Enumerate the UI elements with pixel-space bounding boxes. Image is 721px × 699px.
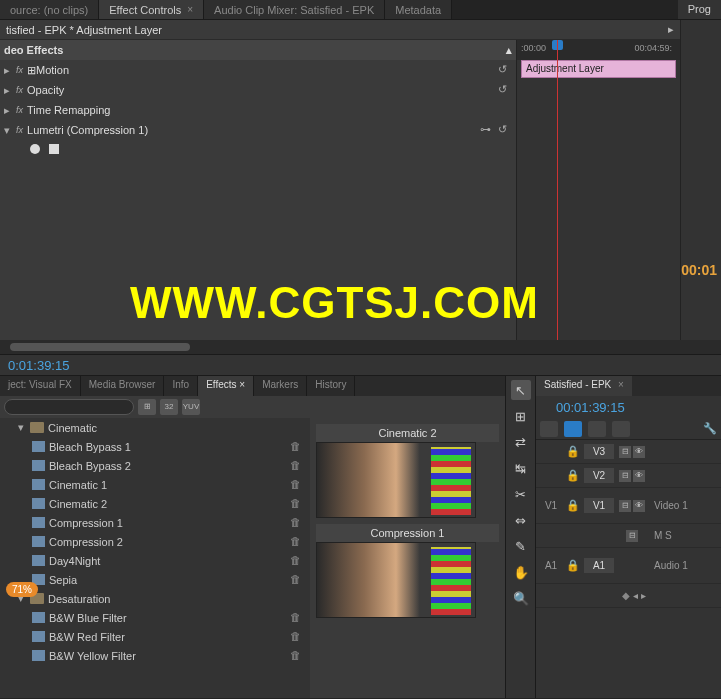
collapse-icon[interactable]: ▴ [506,44,512,57]
folder-desaturation[interactable]: Desaturation [48,593,310,605]
chevron-right-icon[interactable]: ▸ [641,590,646,601]
effect-lumetri[interactable]: Lumetri (Compression 1) [27,124,476,136]
track-select-tool[interactable]: ⊞ [511,406,531,426]
preset-item[interactable]: B&W Blue Filter [49,612,290,624]
timeline-timecode[interactable]: 00:01:39:15 [556,400,625,415]
preset-item[interactable]: Cinematic 1 [49,479,290,491]
reset-icon[interactable]: ↺ [498,123,512,137]
twirl-icon[interactable]: ▸ [4,104,14,117]
lock-icon[interactable]: 🔒 [566,445,584,458]
folder-cinematic[interactable]: Cinematic [48,422,310,434]
pen-tool[interactable]: ✎ [511,536,531,556]
lock-icon[interactable]: 🔒 [566,499,584,512]
delete-icon[interactable]: 🗑 [290,497,304,511]
twirl-icon[interactable]: ▸ [4,64,14,77]
tab-markers[interactable]: Markers [254,376,307,396]
track-v3[interactable]: V3 [584,444,614,459]
effects-search-input[interactable] [4,399,134,415]
tab-source[interactable]: ource: (no clips) [0,0,99,19]
preset-item[interactable]: Bleach Bypass 2 [49,460,290,472]
tab-audio-mixer[interactable]: Audio Clip Mixer: Satisfied - EPK [204,0,385,19]
twirl-icon[interactable]: ▾ [18,421,30,434]
zoom-tool[interactable]: 🔍 [511,588,531,608]
preset-item[interactable]: Bleach Bypass 1 [49,441,290,453]
rolling-edit-tool[interactable]: ↹ [511,458,531,478]
setup-icon[interactable]: ⊶ [480,123,494,137]
delete-icon[interactable]: 🗑 [290,516,304,530]
track-eye-toggle[interactable]: 👁 [633,500,645,512]
preview-thumbnail[interactable] [316,442,476,518]
tab-program[interactable]: Prog [678,0,721,19]
clip-audio1[interactable]: Audio 1 [650,560,721,571]
delete-icon[interactable]: 🗑 [290,554,304,568]
scrollbar-thumb[interactable] [10,343,190,351]
delete-icon[interactable]: 🗑 [290,573,304,587]
preset-item[interactable]: B&W Yellow Filter [49,650,290,662]
mini-clip-adjustment-layer[interactable]: Adjustment Layer [521,60,676,78]
tab-info[interactable]: Info [164,376,198,396]
lock-icon[interactable]: 🔒 [566,469,584,482]
tab-project[interactable]: ject: Visual FX [0,376,81,396]
track-v1[interactable]: V1 [584,498,614,513]
sequence-tab[interactable]: Satisfied - EPK × [536,376,632,396]
close-icon[interactable]: × [237,379,246,390]
close-icon[interactable]: × [187,4,193,15]
effect-motion[interactable]: Motion [36,64,494,76]
delete-icon[interactable]: 🗑 [290,459,304,473]
src-a1[interactable]: A1 [536,560,566,571]
close-icon[interactable]: × [615,379,624,390]
clip-video1[interactable]: Video 1 [650,500,721,511]
snap-btn[interactable] [540,421,558,437]
fx-accel-btn[interactable]: ⊞ [138,399,156,415]
preset-item[interactable]: Compression 2 [49,536,290,548]
lumetri-circle-icon[interactable] [30,144,40,154]
lumetri-square-icon[interactable] [49,144,59,154]
preset-item[interactable]: Day4Night [49,555,290,567]
ec-scrollbar[interactable] [0,340,721,354]
preset-item[interactable]: Cinematic 2 [49,498,290,510]
razor-tool[interactable]: ✂ [511,484,531,504]
effect-time-remapping[interactable]: Time Remapping [27,104,512,116]
delete-icon[interactable]: 🗑 [290,440,304,454]
selection-tool[interactable]: ↖ [511,380,531,400]
track-a1[interactable]: A1 [584,558,614,573]
track-output-toggle[interactable]: ⊟ [619,500,631,512]
tab-effect-controls[interactable]: Effect Controls× [99,0,204,19]
src-v1[interactable]: V1 [536,500,566,511]
delete-icon[interactable]: 🗑 [290,611,304,625]
linked-selection-btn[interactable] [564,421,582,437]
keyframe-diamond-icon[interactable]: ◆ [622,590,630,601]
delete-icon[interactable]: 🗑 [290,478,304,492]
reset-icon[interactable]: ↺ [498,83,512,97]
hand-tool[interactable]: ✋ [511,562,531,582]
track-output-toggle[interactable]: ⊟ [619,446,631,458]
tab-media-browser[interactable]: Media Browser [81,376,165,396]
twirl-icon[interactable]: ▾ [4,124,14,137]
delete-icon[interactable]: 🗑 [290,535,304,549]
slip-tool[interactable]: ⇔ [511,510,531,530]
track-output-toggle[interactable]: ⊟ [619,470,631,482]
preset-item[interactable]: B&W Red Filter [49,631,290,643]
play-icon[interactable]: ▸ [668,23,674,36]
track-v2[interactable]: V2 [584,468,614,483]
preset-item[interactable]: Sepia [49,574,290,586]
track-eye-toggle[interactable]: 👁 [633,446,645,458]
twirl-icon[interactable]: ▸ [4,84,14,97]
settings-btn[interactable] [612,421,630,437]
marker-btn[interactable] [588,421,606,437]
preview-thumbnail[interactable] [316,542,476,618]
delete-icon[interactable]: 🗑 [290,630,304,644]
effect-opacity[interactable]: Opacity [27,84,494,96]
tab-history[interactable]: History [307,376,355,396]
lock-icon[interactable]: 🔒 [566,559,584,572]
tab-effects[interactable]: Effects × [198,376,254,396]
tab-metadata[interactable]: Metadata [385,0,452,19]
preset-item[interactable]: Compression 1 [49,517,290,529]
mute-toggle[interactable]: ⊟ [626,530,638,542]
fx-32bit-btn[interactable]: 32 [160,399,178,415]
chevron-left-icon[interactable]: ◂ [630,590,641,601]
fx-yuv-btn[interactable]: YUV [182,399,200,415]
ripple-edit-tool[interactable]: ⇄ [511,432,531,452]
track-eye-toggle[interactable]: 👁 [633,470,645,482]
delete-icon[interactable]: 🗑 [290,649,304,663]
